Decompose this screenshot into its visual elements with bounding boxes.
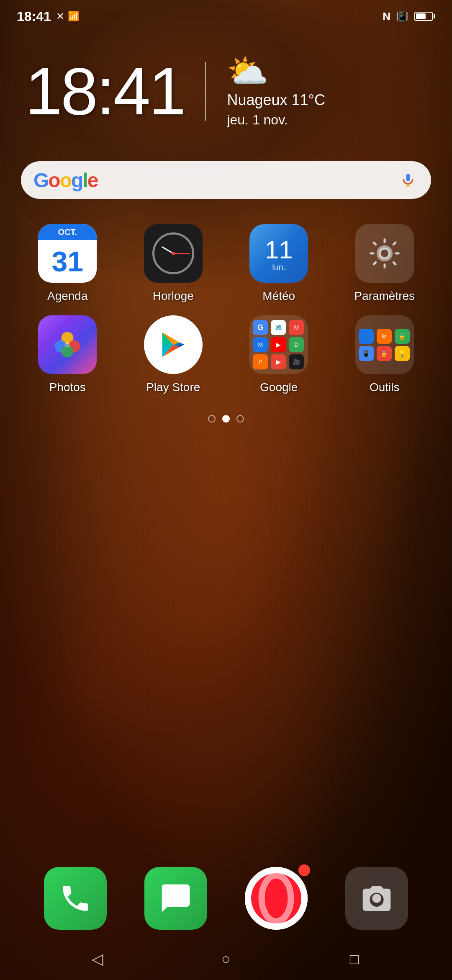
app-photos[interactable]: Photos	[21, 315, 114, 394]
nav-bar: ◁ ○ □	[0, 938, 452, 980]
status-bar: 18:41 ✕ 📶 N 📳	[0, 0, 452, 29]
meteo-icon: 11 lun.	[249, 224, 308, 283]
status-icons-left: ✕ 📶	[56, 10, 79, 22]
messages-icon	[144, 867, 207, 930]
app-outils-folder[interactable]: 👤 ⚙ 🔒 📱 🔒 💡 Outils	[338, 315, 431, 394]
google-logo: Google	[33, 169, 98, 192]
nfc-icon: N	[383, 10, 390, 23]
dock-camera[interactable]	[345, 867, 408, 930]
photos-icon	[38, 315, 97, 374]
app-agenda[interactable]: oct. 31 Agenda	[21, 224, 114, 303]
recents-button[interactable]: □	[338, 946, 371, 972]
weather-date: jeu. 1 nov.	[227, 112, 288, 128]
playstore-icon	[144, 315, 203, 374]
dock-messages[interactable]	[144, 867, 207, 930]
app-playstore[interactable]: Play Store	[127, 315, 220, 394]
page-indicators	[0, 407, 452, 427]
vibrate-icon: 📳	[396, 10, 408, 22]
parametres-label: Paramètres	[354, 289, 415, 303]
camera-icon	[345, 867, 408, 930]
weather-temperature: Nuageux 11°C	[227, 91, 325, 109]
outils-folder-icon: 👤 ⚙ 🔒 📱 🔒 💡	[355, 315, 414, 374]
back-button[interactable]: ◁	[81, 946, 114, 972]
horloge-label: Horloge	[153, 289, 194, 303]
google-folder-icon: G 🗺️ M M ▶ D P ▶ 🎥	[249, 315, 308, 374]
battery-icon	[414, 12, 435, 21]
app-parametres[interactable]: Paramètres	[338, 224, 431, 303]
google-search-bar[interactable]: Google	[21, 161, 431, 199]
meteo-label: Météo	[262, 289, 295, 303]
app-google-folder[interactable]: G 🗺️ M M ▶ D P ▶ 🎥 Google	[232, 315, 326, 394]
home-button[interactable]: ○	[209, 946, 243, 972]
opera-notification-badge	[298, 864, 310, 876]
page-dot-3[interactable]	[236, 415, 244, 423]
agenda-label: Agenda	[47, 289, 88, 303]
svg-point-10	[262, 875, 291, 921]
app-meteo[interactable]: 11 lun. Météo	[232, 224, 326, 303]
playstore-label: Play Store	[146, 381, 200, 394]
status-time: 18:41	[17, 9, 51, 24]
agenda-icon: oct. 31	[38, 224, 97, 283]
dock-phone[interactable]	[44, 867, 107, 930]
dock	[0, 859, 452, 938]
clock-time: 18:41	[25, 58, 184, 125]
google-mic-icon[interactable]	[398, 170, 419, 191]
svg-point-7	[65, 342, 70, 348]
clock-weather-widget: 18:41 ⛅ Nuageux 11°C jeu. 1 nov.	[0, 29, 452, 144]
photos-label: Photos	[49, 381, 86, 394]
status-right: N 📳	[383, 10, 435, 23]
parametres-icon	[355, 224, 414, 283]
weather-icon: ⛅	[227, 54, 269, 88]
status-left: 18:41 ✕ 📶	[17, 9, 79, 24]
close-icon: ✕	[56, 10, 64, 22]
phone-icon	[44, 867, 107, 930]
wifi-icon: 📶	[68, 11, 79, 22]
page-dot-2[interactable]	[222, 415, 230, 423]
svg-point-1	[380, 248, 389, 258]
opera-icon	[245, 867, 308, 930]
google-folder-label: Google	[260, 381, 298, 394]
horloge-icon	[144, 224, 203, 283]
svg-rect-0	[406, 174, 410, 181]
search-bar-container[interactable]: Google	[0, 153, 452, 207]
outils-folder-label: Outils	[370, 381, 400, 394]
page-dot-1[interactable]	[208, 415, 216, 423]
app-horloge[interactable]: Horloge	[127, 224, 220, 303]
dock-opera[interactable]	[245, 867, 308, 930]
clock-divider	[205, 62, 206, 121]
weather-widget[interactable]: ⛅ Nuageux 11°C jeu. 1 nov.	[227, 54, 325, 128]
app-grid: oct. 31 Agenda Horloge 11 lun. Météo	[0, 207, 452, 407]
